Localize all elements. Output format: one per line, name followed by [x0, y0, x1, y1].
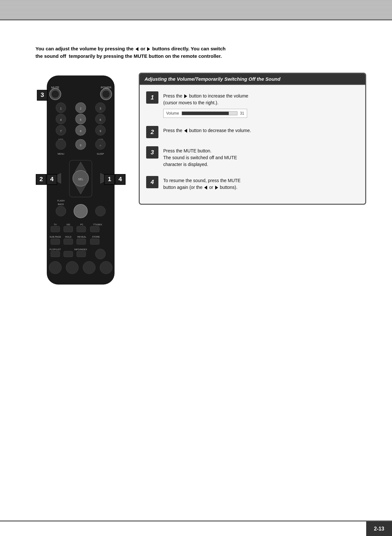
- step-3-number: 3: [146, 146, 158, 159]
- svg-text:1: 1: [108, 176, 111, 182]
- step-2-number: 2: [146, 126, 158, 138]
- svg-rect-52: [77, 226, 86, 232]
- svg-point-67: [95, 249, 106, 259]
- intro-paragraph: You can adjust the volume by pressing th…: [35, 45, 357, 60]
- page-number-box: 2-13: [366, 521, 392, 536]
- step-1-number: 1: [146, 91, 158, 104]
- remote-area: MUTE POWER 1 2 3 4 5: [29, 73, 132, 299]
- svg-text:5: 5: [80, 118, 82, 121]
- volume-text-label: Volume: [166, 110, 179, 116]
- main-content: You can adjust the volume by pressing th…: [19, 26, 373, 517]
- svg-rect-53: [90, 226, 99, 232]
- step-2-row: 2 Press the button to decrease the volum…: [146, 126, 359, 138]
- svg-point-6: [102, 90, 110, 98]
- volume-number: 31: [240, 110, 244, 116]
- svg-text:-/-: -/-: [99, 144, 102, 147]
- step-1-text-before: Press the: [163, 93, 184, 98]
- step-3-text: Press the MUTE button.The sound is switc…: [163, 146, 237, 168]
- svg-text:FLOP/LIST: FLOP/LIST: [50, 248, 61, 251]
- remote-control-image: MUTE POWER 1 2 3 4 5: [35, 73, 126, 299]
- svg-text:STORE: STORE: [92, 236, 100, 238]
- volume-bar-fill: [182, 112, 229, 115]
- left-arrow-icon: [136, 47, 138, 51]
- svg-rect-59: [64, 239, 73, 245]
- intro-text-content: You can adjust the volume by pressing th…: [35, 46, 226, 59]
- svg-rect-60: [77, 239, 86, 245]
- instructions-panel: Adjusting the Volume/Temporarily Switchi…: [139, 73, 366, 205]
- top-decoration: [0, 0, 392, 19]
- step-4-text-end: buttons).: [220, 185, 237, 190]
- svg-point-44: [74, 204, 87, 218]
- svg-rect-51: [64, 226, 73, 232]
- svg-point-70: [83, 262, 95, 274]
- svg-text:REVEAL: REVEAL: [77, 236, 86, 238]
- right-arrow-icon: [147, 47, 150, 51]
- svg-text:PC: PC: [80, 223, 84, 226]
- svg-rect-50: [51, 226, 60, 232]
- svg-point-71: [100, 262, 113, 274]
- bottom-border: [0, 521, 392, 521]
- svg-point-69: [66, 262, 79, 274]
- left-arrow-step4-icon: [204, 186, 207, 190]
- svg-text:4: 4: [118, 176, 122, 182]
- svg-text:TTX/MIX: TTX/MIX: [93, 223, 102, 226]
- page-number: 2-13: [374, 526, 384, 532]
- svg-rect-61: [90, 239, 99, 245]
- step-3-row: 3 Press the MUTE button.The sound is swi…: [146, 146, 359, 168]
- content-row: MUTE POWER 1 2 3 4 5: [19, 73, 373, 299]
- volume-bar-container: [182, 111, 237, 115]
- svg-point-43: [56, 206, 66, 216]
- svg-text:4: 4: [60, 118, 62, 121]
- step-4-text-or: or: [209, 185, 214, 190]
- left-arrow-step2-icon: [184, 129, 187, 133]
- svg-text:SUB-PAGE: SUB-PAGE: [49, 236, 61, 238]
- svg-text:MENU: MENU: [57, 153, 64, 155]
- svg-text:2: 2: [80, 107, 82, 110]
- svg-text:FLASH: FLASH: [57, 200, 65, 202]
- step-2-text: Press the button to decrease the volume.: [163, 126, 251, 134]
- svg-text:BACK: BACK: [58, 203, 64, 205]
- step-1-row: 1 Press the button to increase the volum…: [146, 91, 359, 118]
- svg-text:4: 4: [50, 176, 54, 182]
- step-4-text: To resume the sound, press the MUTEbutto…: [163, 176, 241, 191]
- top-border: [0, 19, 392, 20]
- svg-text:VID: VID: [66, 223, 70, 226]
- svg-rect-58: [51, 239, 60, 245]
- svg-text:3: 3: [41, 91, 44, 98]
- volume-bar-display: Volume 31: [163, 109, 247, 118]
- svg-point-4: [51, 90, 59, 98]
- svg-text:3: 3: [100, 107, 101, 110]
- step-2-text-before: Press the: [163, 128, 184, 133]
- svg-text:6: 6: [100, 118, 101, 121]
- step-4-number: 4: [146, 176, 158, 188]
- svg-point-27: [56, 139, 66, 150]
- right-arrow-step1-icon: [184, 94, 187, 98]
- svg-text:TV: TV: [54, 223, 57, 226]
- step-2-text-after: button to decrease the volume.: [189, 128, 251, 133]
- svg-text:SEL: SEL: [78, 178, 84, 181]
- svg-rect-65: [64, 251, 73, 257]
- step-3-text-main: Press the MUTE button.The sound is switc…: [163, 148, 237, 167]
- step-4-row: 4 To resume the sound, press the MUTEbut…: [146, 176, 359, 191]
- svg-text:1: 1: [60, 107, 62, 110]
- svg-text:HOLD: HOLD: [65, 236, 71, 238]
- svg-text:2: 2: [39, 176, 43, 182]
- step-1-text: Press the button to increase the volume(…: [163, 91, 248, 118]
- panel-title: Adjusting the Volume/Temporarily Switchi…: [140, 74, 365, 85]
- svg-text:INFO/INDEX: INFO/INDEX: [74, 248, 87, 251]
- svg-text:7: 7: [60, 129, 62, 133]
- svg-text:0: 0: [80, 144, 82, 147]
- svg-text:8: 8: [80, 129, 82, 133]
- svg-text:SLEEP: SLEEP: [97, 153, 104, 155]
- svg-rect-66: [77, 251, 86, 257]
- svg-text:9: 9: [100, 129, 101, 133]
- right-arrow-step4-icon: [215, 186, 218, 190]
- svg-point-68: [49, 262, 62, 274]
- svg-point-45: [95, 206, 106, 216]
- svg-rect-64: [51, 251, 60, 257]
